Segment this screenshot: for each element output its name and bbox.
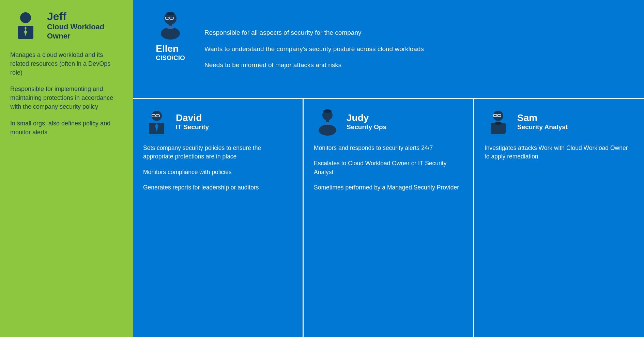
- svg-rect-25: [326, 120, 329, 122]
- sam-name-role: Sam Security Analyst: [517, 113, 568, 131]
- jeff-desc2: Responsible for implementing and maintai…: [10, 85, 123, 111]
- jeff-desc1: Manages a cloud workload and its related…: [10, 50, 123, 77]
- judy-name-role: Judy Security Ops: [347, 113, 386, 131]
- jeff-desc3: In small orgs, also defines policy and m…: [10, 119, 123, 137]
- svg-point-10: [166, 12, 174, 15]
- david-panel: David IT Security Sets company security …: [133, 99, 304, 337]
- jeff-icon: [10, 10, 41, 41]
- left-panel: Jeff Cloud Workload Owner Manages a clou…: [0, 0, 133, 337]
- jeff-header: Jeff Cloud Workload Owner: [10, 10, 123, 41]
- judy-icon: [314, 108, 341, 136]
- svg-point-14: [152, 111, 162, 121]
- judy-desc2: Escalates to Cloud Workload Owner or IT …: [314, 159, 463, 177]
- david-desc2: Monitors compliance with policies: [143, 168, 292, 177]
- sam-panel: Sam Security Analyst Investigates attack…: [474, 99, 644, 337]
- svg-point-13: [166, 26, 174, 29]
- ellen-icon: [155, 10, 186, 41]
- svg-point-31: [495, 122, 502, 125]
- ellen-left: Ellen CISO/CIO: [147, 10, 194, 88]
- david-desc3: Generates reports for leadership or audi…: [143, 183, 292, 192]
- jeff-name-block: Jeff Cloud Workload Owner: [47, 11, 104, 41]
- svg-point-26: [493, 111, 503, 121]
- jeff-role: Cloud Workload Owner: [47, 22, 104, 41]
- ellen-name-role: Ellen CISO/CIO: [156, 44, 185, 62]
- ellen-right: Responsible for all aspects of security …: [204, 10, 630, 88]
- david-desc1: Sets company security policies to ensure…: [143, 144, 292, 161]
- david-header: David IT Security: [143, 108, 292, 136]
- ellen-section: Ellen CISO/CIO Responsible for all aspec…: [133, 0, 644, 99]
- jeff-name: Jeff: [47, 11, 104, 22]
- svg-point-12: [161, 27, 180, 40]
- judy-desc3: Sometimes performed by a Managed Securit…: [314, 183, 463, 192]
- svg-point-24: [319, 125, 336, 136]
- svg-point-0: [20, 12, 31, 23]
- judy-desc1: Monitors and responds to security alerts…: [314, 144, 463, 152]
- right-panel: Ellen CISO/CIO Responsible for all aspec…: [133, 0, 644, 337]
- judy-panel: Judy Security Ops Monitors and responds …: [304, 99, 474, 337]
- sam-desc1: Investigates attacks Work with Cloud Wor…: [485, 144, 634, 161]
- svg-point-22: [323, 109, 332, 113]
- david-icon: [143, 108, 170, 136]
- bottom-panels: David IT Security Sets company security …: [133, 99, 644, 337]
- sam-header: Sam Security Analyst: [485, 108, 634, 136]
- judy-header: Judy Security Ops: [314, 108, 463, 136]
- david-name-role: David IT Security: [176, 113, 209, 131]
- sam-icon: [485, 108, 512, 136]
